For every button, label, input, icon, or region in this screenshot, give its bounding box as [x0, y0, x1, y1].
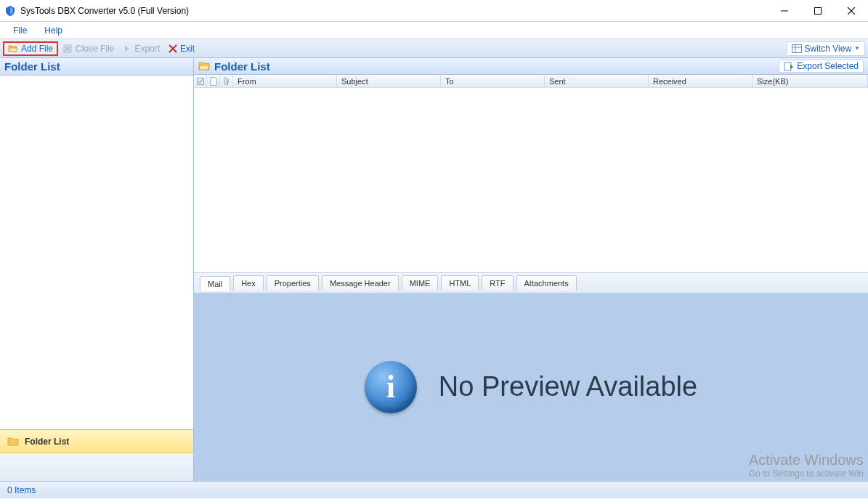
sidebar-tab-folderlist[interactable]: Folder List	[0, 430, 193, 453]
export-icon	[123, 44, 131, 53]
tab-rtf[interactable]: RTF	[482, 275, 513, 291]
minimize-button[interactable]	[768, 0, 801, 21]
exit-button[interactable]: Exit	[164, 42, 199, 55]
list-header-title: Folder List	[214, 60, 774, 73]
export-selected-label: Export Selected	[797, 61, 859, 71]
close-icon	[848, 7, 855, 15]
titlebar: SysTools DBX Converter v5.0 (Full Versio…	[0, 0, 868, 22]
svg-rect-9	[792, 44, 801, 52]
col-item-icon[interactable]	[207, 75, 220, 87]
checkbox-icon	[197, 78, 204, 85]
folder-open-icon	[198, 61, 210, 71]
tab-mime[interactable]: MIME	[402, 275, 439, 291]
col-subject[interactable]: Subject	[337, 75, 441, 87]
svg-rect-1	[815, 7, 822, 14]
export-selected-icon	[784, 61, 794, 71]
folder-open-icon	[8, 44, 18, 54]
tab-message-header[interactable]: Message Header	[322, 275, 399, 291]
col-from[interactable]: From	[233, 75, 337, 87]
maximize-button[interactable]	[801, 0, 835, 21]
maximize-icon	[814, 7, 822, 15]
add-file-button[interactable]: Add File	[3, 41, 58, 56]
tab-attachments[interactable]: Attachments	[516, 275, 577, 291]
exit-icon	[169, 44, 177, 53]
exit-label: Exit	[180, 44, 195, 54]
sidebar-tab-label: Folder List	[25, 437, 69, 447]
folder-icon	[7, 437, 19, 447]
col-attachment-icon[interactable]	[220, 75, 233, 87]
menu-file[interactable]: File	[7, 24, 33, 37]
menu-help[interactable]: Help	[38, 24, 68, 37]
tab-hex[interactable]: Hex	[233, 275, 264, 291]
status-items: 0 Items	[7, 485, 36, 495]
col-sent[interactable]: Sent	[545, 75, 649, 87]
app-icon	[4, 5, 16, 17]
main-area: Folder List Folder List Folder List Expo…	[0, 58, 868, 481]
folder-tree[interactable]	[0, 76, 193, 430]
col-checkbox[interactable]	[194, 75, 207, 87]
right-pane: Folder List Export Selected From Subject…	[194, 58, 868, 481]
switch-view-icon	[792, 44, 802, 53]
col-to[interactable]: To	[441, 75, 545, 87]
sidebar-tabs-rest	[0, 453, 193, 481]
export-label: Export	[134, 44, 160, 54]
close-button[interactable]	[835, 0, 868, 21]
paperclip-icon	[223, 77, 230, 86]
tab-html[interactable]: HTML	[441, 275, 479, 291]
switch-view-button[interactable]: Switch View ▼	[787, 41, 865, 56]
switch-view-label: Switch View	[805, 44, 851, 54]
window-title: SysTools DBX Converter v5.0 (Full Versio…	[20, 6, 768, 16]
tab-properties[interactable]: Properties	[267, 275, 319, 291]
preview-message: No Preview Available	[439, 371, 697, 402]
statusbar: 0 Items	[0, 481, 868, 498]
menubar: File Help	[0, 22, 868, 39]
export-selected-button[interactable]: Export Selected	[779, 60, 864, 73]
minimize-icon	[781, 7, 788, 15]
sidebar: Folder List Folder List	[0, 58, 194, 481]
sidebar-navtabs: Folder List	[0, 430, 193, 481]
chevron-down-icon: ▼	[854, 45, 860, 52]
close-file-label: Close File	[76, 44, 114, 54]
col-received[interactable]: Received	[649, 75, 753, 87]
window-controls	[768, 0, 868, 21]
grid-body[interactable]	[194, 88, 868, 272]
col-size[interactable]: Size(KB)	[753, 75, 868, 87]
grid-header: From Subject To Sent Received Size(KB)	[194, 75, 868, 88]
close-file-button[interactable]: Close File	[58, 42, 118, 55]
list-header: Folder List Export Selected	[194, 58, 868, 75]
add-file-label: Add File	[21, 44, 53, 54]
tab-mail[interactable]: Mail	[200, 276, 230, 291]
toolbar: Add File Close File Export Exit Switch V…	[0, 39, 868, 58]
page-icon	[210, 77, 217, 86]
preview-tab-row: Mail Hex Properties Message Header MIME …	[194, 272, 868, 293]
preview-body: i No Preview Available	[194, 293, 868, 481]
export-button[interactable]: Export	[118, 42, 164, 55]
svg-rect-12	[784, 62, 791, 70]
close-file-icon	[62, 44, 73, 54]
sidebar-header: Folder List	[0, 58, 193, 76]
info-icon: i	[365, 361, 417, 413]
